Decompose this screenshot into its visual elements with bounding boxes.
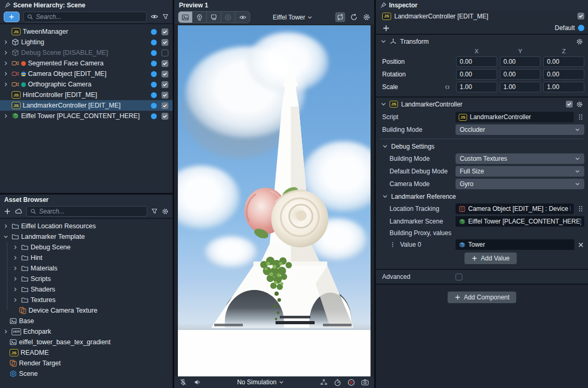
expand-chevron-icon[interactable] <box>13 245 19 250</box>
expand-chevron-icon[interactable] <box>13 276 19 282</box>
connections-icon[interactable] <box>577 205 584 212</box>
asset-item-eiffel-tower-base-tex-gradient[interactable]: eiffel_tower_base_tex_gradient <box>0 337 173 347</box>
camera-mode-dropdown[interactable]: Gyro <box>456 179 584 189</box>
enabled-checkbox[interactable] <box>162 92 168 99</box>
asset-item-textures[interactable]: Textures <box>0 295 173 305</box>
location-tracking-chip[interactable]: Camera Object [EDIT_ME] : Device Lo <box>456 203 574 214</box>
device-rotate-button[interactable] <box>207 12 221 23</box>
add-button[interactable] <box>382 24 390 32</box>
filter-button[interactable] <box>151 208 158 215</box>
asset-item-echopark[interactable]: HDR Echopark <box>0 326 173 337</box>
expand-chevron-icon[interactable] <box>3 224 10 229</box>
expand-chevron-icon[interactable] <box>13 255 19 260</box>
asset-item-scene[interactable]: Scene <box>0 368 173 379</box>
asset-item-device-camera-texture[interactable]: Device Camera Texture <box>0 305 173 316</box>
asset-item-scripts[interactable]: Scripts <box>0 274 173 284</box>
layer-dot[interactable] <box>151 71 157 77</box>
preview-device-dropdown[interactable]: Eiffel Tower <box>253 14 332 21</box>
simulation-dropdown[interactable]: No Simulation <box>208 379 313 386</box>
landmarker-reference-header[interactable]: Landmarker Reference <box>376 190 588 202</box>
building-mode-dropdown[interactable]: Occluder <box>456 124 584 135</box>
collapse-chevron-icon[interactable] <box>3 234 10 239</box>
layer-dot[interactable] <box>151 92 157 98</box>
expand-chevron-icon[interactable] <box>3 40 10 45</box>
hierarchy-item-hintcontroller[interactable]: JS HintController [EDIT_ME] <box>0 90 173 100</box>
rotation-z-field[interactable]: 0.00 <box>543 69 584 80</box>
restart-lens-button[interactable] <box>350 13 358 21</box>
enabled-checkbox[interactable] <box>162 71 168 77</box>
layer-dot[interactable] <box>151 40 157 45</box>
scale-y-field[interactable]: 1.00 <box>500 82 541 92</box>
asset-item-base[interactable]: Base <box>0 316 173 326</box>
hierarchy-item-eiffel-tower[interactable]: Eiffel Tower [PLACE_CONTENT_HERE] <box>0 111 173 121</box>
asset-search-input[interactable] <box>39 208 144 215</box>
add-value-button[interactable]: Add Value <box>464 253 517 264</box>
image-preview-mode-button[interactable] <box>178 12 193 23</box>
asset-item-eiffel-location-resources[interactable]: Eiffel Location Resources <box>0 221 173 231</box>
scale-x-field[interactable]: 1.00 <box>456 82 497 92</box>
position-x-field[interactable]: 0.00 <box>456 56 497 67</box>
position-y-field[interactable]: 0.00 <box>500 56 541 67</box>
expand-chevron-icon[interactable] <box>13 266 19 271</box>
microphone-muted-icon[interactable] <box>179 379 187 386</box>
add-asset-button[interactable] <box>4 208 11 215</box>
asset-item-readme[interactable]: JS README <box>0 347 173 358</box>
rotation-x-field[interactable]: 0.00 <box>456 69 497 80</box>
collapse-chevron-icon[interactable] <box>382 193 388 199</box>
default-state-dot[interactable] <box>578 25 584 31</box>
landmarker-scene-chip[interactable]: Eiffel Tower [PLACE_CONTENT_HERE] <box>456 216 584 227</box>
expand-chevron-icon[interactable] <box>3 61 10 66</box>
layer-dot[interactable] <box>151 61 157 66</box>
layer-dot[interactable] <box>151 103 157 109</box>
cloud-assets-button[interactable] <box>15 207 23 215</box>
settings-gear-icon[interactable] <box>162 208 169 215</box>
layer-dot[interactable] <box>151 113 157 119</box>
asset-item-render-target[interactable]: Render Target <box>0 358 173 368</box>
asset-item-landmarker-template[interactable]: Landmarker Template <box>0 231 173 242</box>
link-scale-icon[interactable] <box>444 84 451 91</box>
expand-chevron-icon[interactable] <box>3 113 10 119</box>
hierarchy-item-camera-object[interactable]: Camera Object [EDIT_ME] <box>0 69 173 79</box>
add-object-button[interactable] <box>4 12 20 22</box>
asset-item-materials[interactable]: Materials <box>0 263 173 274</box>
webcam-mode-button[interactable] <box>193 12 207 23</box>
performance-gauge-icon[interactable] <box>334 379 342 386</box>
default-debug-mode-dropdown[interactable]: Full Size <box>456 166 584 177</box>
enabled-checkbox[interactable] <box>162 39 168 46</box>
preview-viewport[interactable] <box>178 25 371 376</box>
speaker-icon[interactable] <box>194 379 201 386</box>
component-enabled-checkbox[interactable] <box>566 101 573 108</box>
asset-search[interactable] <box>26 206 147 217</box>
hierarchy-item-orthographic-camera[interactable]: Orthographic Camera <box>0 79 173 90</box>
pause-button[interactable] <box>221 12 235 23</box>
enabled-checkbox[interactable] <box>162 102 168 109</box>
rotation-y-field[interactable]: 0.00 <box>500 69 541 80</box>
hierarchy-item-tweenmanager[interactable]: JS TweenManager <box>0 26 173 37</box>
layer-dot[interactable] <box>151 82 157 88</box>
debug-building-mode-dropdown[interactable]: Custom Textures <box>456 153 584 164</box>
entity-enabled-checkbox[interactable] <box>577 13 584 20</box>
layer-dot[interactable] <box>151 29 157 35</box>
snapshot-button[interactable] <box>361 379 369 386</box>
hierarchy-item-lighting[interactable]: Lighting <box>0 37 173 47</box>
script-reference-chip[interactable]: JS LandmarkerController <box>456 112 574 122</box>
expand-chevron-icon[interactable] <box>3 82 10 87</box>
expand-chevron-icon[interactable] <box>13 297 19 303</box>
position-z-field[interactable]: 0.00 <box>543 56 584 67</box>
component-gear-icon[interactable] <box>576 101 583 108</box>
remove-value-button[interactable] <box>577 241 584 248</box>
expand-chevron-icon[interactable] <box>3 50 10 55</box>
expand-chevron-icon[interactable] <box>3 329 10 334</box>
drag-handle-icon[interactable] <box>390 241 396 248</box>
advanced-checkbox[interactable] <box>456 274 462 280</box>
hierarchy-search[interactable] <box>23 12 147 22</box>
transform-gear-icon[interactable] <box>576 38 583 45</box>
filter-button[interactable] <box>162 13 169 20</box>
hierarchy-item-debug-scene[interactable]: Debug Scene [DISABLE_ME] <box>0 47 173 58</box>
enabled-checkbox[interactable] <box>162 50 168 56</box>
show-overlays-button[interactable] <box>235 12 250 23</box>
transform-section-header[interactable]: Transform <box>376 35 588 48</box>
visibility-filter-button[interactable] <box>150 13 158 21</box>
reset-loop-button[interactable] <box>335 12 345 22</box>
scale-z-field[interactable]: 1.00 <box>543 82 584 92</box>
